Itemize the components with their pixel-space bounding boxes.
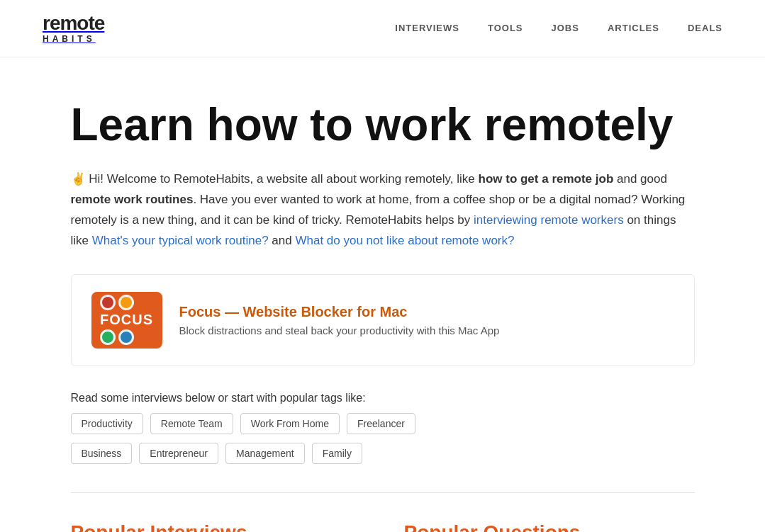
tag-work-from-home[interactable]: Work From Home (240, 413, 340, 434)
tag-remote-team[interactable]: Remote Team (150, 413, 233, 434)
interviewing-link[interactable]: interviewing remote workers (474, 213, 624, 227)
nav-item-articles[interactable]: ARTICLES (608, 23, 659, 33)
tag-productivity[interactable]: Productivity (71, 413, 143, 434)
main-nav: INTERVIEWSTOOLSJOBSARTICLESDEALS (395, 23, 722, 33)
popular-grid: Popular Interviews Popular interviews fr… (71, 521, 695, 532)
tag-freelancer[interactable]: Freelancer (347, 413, 415, 434)
section-divider (71, 492, 695, 493)
site-logo[interactable]: remote HABITS (43, 13, 104, 44)
focus-circle-blue (118, 329, 134, 345)
focus-description: Block distractions and steal back your p… (179, 324, 500, 336)
popular-questions-title: Popular Questions (404, 521, 695, 532)
nav-item-deals[interactable]: DEALS (688, 23, 722, 33)
tag-business[interactable]: Business (71, 443, 133, 464)
focus-logo-text: FOCUS (100, 312, 153, 328)
focus-text: Focus — Website Blocker for Mac Block di… (179, 304, 500, 336)
popular-interviews-title: Popular Interviews (71, 521, 362, 532)
site-header: remote HABITS INTERVIEWSTOOLSJOBSARTICLE… (0, 0, 765, 57)
focus-title: Focus — Website Blocker for Mac (179, 304, 500, 320)
focus-circle-red (100, 295, 116, 310)
tag-family[interactable]: Family (312, 443, 362, 464)
nav-item-interviews[interactable]: INTERVIEWS (395, 23, 459, 33)
nav-item-tools[interactable]: TOOLS (488, 23, 523, 33)
focus-logo: FOCUS (91, 292, 162, 349)
work-routine-link[interactable]: What's your typical work routine? (92, 234, 269, 247)
tags-section: Read some interviews below or start with… (71, 392, 695, 464)
main-content: Learn how to work remotely ✌️ Hi! Welcom… (28, 57, 737, 532)
intro-bold: how to get a remote job (479, 172, 614, 186)
logo-remote-text: remote (43, 13, 104, 35)
intro-bold2: remote work routines (71, 193, 194, 206)
page-title: Learn how to work remotely (71, 100, 695, 149)
tag-management[interactable]: Management (225, 443, 305, 464)
logo-habits-text: HABITS (43, 35, 104, 44)
tags-intro: Read some interviews below or start with… (71, 392, 366, 404)
tag-entrepreneur[interactable]: Entrepreneur (139, 443, 218, 464)
intro-mid: and good (613, 172, 667, 186)
focus-circle-green (100, 329, 116, 345)
focus-circle-yellow (118, 295, 134, 310)
popular-questions-section: Popular Questions Popular questions abou… (404, 521, 695, 532)
focus-card[interactable]: FOCUS Focus — Website Blocker for Mac Bl… (71, 274, 695, 366)
tags-row-1: Productivity Remote Team Work From Home … (71, 413, 695, 434)
intro-and: and (269, 234, 296, 247)
remote-work-link[interactable]: What do you not like about remote work? (295, 234, 514, 247)
nav-item-jobs[interactable]: JOBS (552, 23, 579, 33)
tags-row-2: Business Entrepreneur Management Family (71, 443, 695, 464)
intro-start: ✌️ Hi! Welcome to RemoteHabits, a websit… (71, 172, 479, 186)
intro-paragraph: ✌️ Hi! Welcome to RemoteHabits, a websit… (71, 169, 695, 251)
popular-interviews-section: Popular Interviews Popular interviews fr… (71, 521, 362, 532)
